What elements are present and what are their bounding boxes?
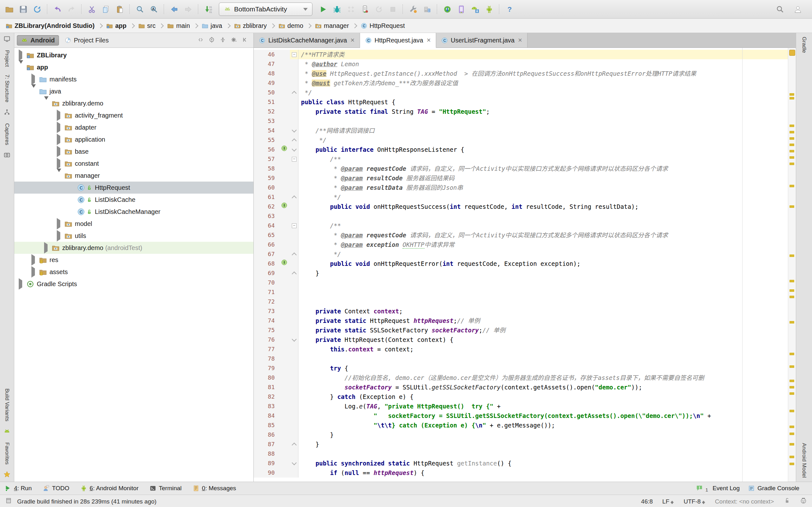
tree-item-app[interactable]: app (14, 61, 253, 73)
code-line-70[interactable]: 70 (254, 278, 788, 287)
readonly-lock-icon[interactable] (783, 497, 791, 506)
inspection-status-icon[interactable] (789, 50, 795, 56)
project-tool-icon[interactable] (3, 33, 10, 46)
collapsed-arrow-icon[interactable] (19, 280, 24, 288)
navigate-forward-button[interactable] (182, 3, 194, 15)
code-line-86[interactable]: 86 } (254, 430, 788, 440)
line-number[interactable]: 74 (254, 316, 279, 326)
context-indicator[interactable]: Context: <no context> (715, 498, 774, 505)
stripe-warning-mark[interactable] (790, 353, 794, 355)
tree-item-res[interactable]: res (14, 254, 253, 266)
code-line-48[interactable]: 48 * @use HttpRequest.getInstance().xxxM… (254, 69, 788, 78)
line-number[interactable]: 76 (254, 335, 279, 344)
tw-build-variants[interactable]: Build Variants (4, 385, 10, 425)
line-number[interactable]: 62 (254, 202, 279, 211)
line-number[interactable]: 89 (254, 458, 279, 468)
stripe-warning-mark[interactable] (790, 392, 794, 395)
tw-event-log-button[interactable]: 1Event Log (696, 485, 740, 493)
avd-manager-button[interactable] (455, 3, 467, 15)
editor-tab-listdiskcachemanager-java[interactable]: CListDiskCacheManager.java× (254, 33, 360, 48)
fold-marker[interactable] (290, 268, 299, 278)
stripe-warning-mark[interactable] (790, 124, 794, 127)
collapsed-arrow-icon[interactable] (44, 244, 49, 251)
collapsed-arrow-icon[interactable] (57, 148, 62, 155)
code-line-53[interactable]: 53 (254, 116, 788, 126)
line-number[interactable]: 70 (254, 278, 279, 287)
code-line-47[interactable]: 47 * @author Lemon (254, 59, 788, 69)
line-number[interactable]: 90 (254, 468, 279, 477)
implemented-marker-icon[interactable] (279, 202, 290, 211)
replace-button[interactable]: A (148, 3, 160, 15)
implemented-marker-icon[interactable] (279, 259, 290, 268)
run-configuration-selector[interactable]: BottomTabActivity (219, 3, 312, 16)
copy-button[interactable] (100, 3, 112, 15)
fold-marker[interactable] (290, 249, 299, 259)
tw-android-monitor-button[interactable]: 6: Android Monitor (80, 485, 139, 492)
run-button[interactable] (317, 3, 329, 15)
stripe-warning-mark[interactable] (790, 433, 794, 435)
code-line-57[interactable]: 57− /** (254, 154, 788, 164)
help-button[interactable]: ? (503, 3, 515, 15)
sdk-settings-button[interactable] (407, 3, 419, 15)
stripe-warning-mark[interactable] (790, 150, 794, 153)
stripe-warning-mark[interactable] (790, 156, 794, 159)
line-number[interactable]: 48 (254, 69, 279, 78)
code-line-60[interactable]: 60 * @param resultData 服务器返回的Json串 (254, 183, 788, 192)
line-number[interactable]: 71 (254, 287, 279, 297)
tree-item-zblibrary-demo[interactable]: zblibrary.demo (14, 97, 253, 109)
line-number[interactable]: 72 (254, 297, 279, 306)
tree-item-manifests[interactable]: manifests (14, 73, 253, 85)
rerun-button[interactable] (373, 3, 385, 15)
fold-marker[interactable] (290, 458, 299, 468)
line-number[interactable]: 47 (254, 59, 279, 69)
stripe-warning-mark[interactable] (790, 456, 794, 458)
tw-run-button[interactable]: 4: Run (4, 485, 32, 492)
code-line-55[interactable]: 55 */ (254, 135, 788, 145)
line-number[interactable]: 77 (254, 344, 279, 354)
error-stripe[interactable] (788, 48, 796, 482)
undo-button[interactable] (51, 3, 63, 15)
code-line-71[interactable]: 71 (254, 287, 788, 297)
build-variants-icon[interactable] (3, 425, 10, 439)
project-tree[interactable]: ZBLibraryappmanifestsjavazblibrary.demoa… (14, 48, 253, 482)
code-line-73[interactable]: 73 private Context context; (254, 306, 788, 316)
hide-tool-window-button[interactable] (242, 37, 248, 44)
line-number[interactable]: 81 (254, 383, 279, 392)
code-line-56[interactable]: 56 public interface OnHttpResponseListen… (254, 145, 788, 154)
code-line-68[interactable]: 68 public void onHttpRequestError(int re… (254, 259, 788, 268)
code-line-64[interactable]: 64− /** (254, 221, 788, 230)
encoding-selector[interactable]: UTF-8 (683, 498, 705, 505)
stripe-warning-mark[interactable] (790, 380, 794, 382)
captures-tool-icon[interactable] (3, 149, 10, 162)
code-line-49[interactable]: 49 * @must getToken方法内demo_***改为服务器设定值 (254, 78, 788, 88)
line-number[interactable]: 80 (254, 373, 279, 383)
stripe-warning-mark[interactable] (790, 163, 794, 165)
code-line-79[interactable]: 79 try { (254, 363, 788, 373)
tree-item-httprequest[interactable]: CHttpRequest (14, 181, 253, 193)
breadcrumb-item[interactable]: src (137, 21, 157, 30)
collapsed-arrow-icon[interactable] (57, 160, 62, 167)
breadcrumb-item[interactable]: CHttpRequest (359, 21, 406, 30)
view-tab-project-files[interactable]: Project Files (60, 35, 113, 46)
tool-window-toggle-icon[interactable] (5, 497, 12, 506)
code-line-83[interactable]: 83 Log.e(TAG, "private HttpRequest() try… (254, 401, 788, 411)
breadcrumb-item[interactable]: ZBLibrary(Android Studio) (4, 21, 96, 30)
stripe-warning-mark[interactable] (790, 296, 794, 298)
stripe-warning-mark[interactable] (790, 463, 794, 465)
stripe-warning-mark[interactable] (790, 131, 794, 133)
switch-view-button[interactable] (197, 37, 204, 44)
caret-position[interactable]: 46:8 (641, 498, 653, 505)
code-line-61[interactable]: 61 */ (254, 192, 788, 202)
tw-captures[interactable]: Captures (4, 119, 10, 149)
fold-marker[interactable] (290, 126, 299, 135)
tree-item-adapter[interactable]: adapter (14, 121, 253, 133)
line-number[interactable]: 73 (254, 306, 279, 316)
line-number[interactable]: 52 (254, 107, 279, 116)
line-number[interactable]: 58 (254, 164, 279, 173)
line-ending-selector[interactable]: LF (662, 498, 674, 505)
structure-tool-icon[interactable] (3, 106, 10, 119)
line-number[interactable]: 60 (254, 183, 279, 192)
cut-button[interactable] (86, 3, 98, 15)
expanded-arrow-icon[interactable] (57, 172, 62, 179)
line-number[interactable]: 51 (254, 97, 279, 107)
